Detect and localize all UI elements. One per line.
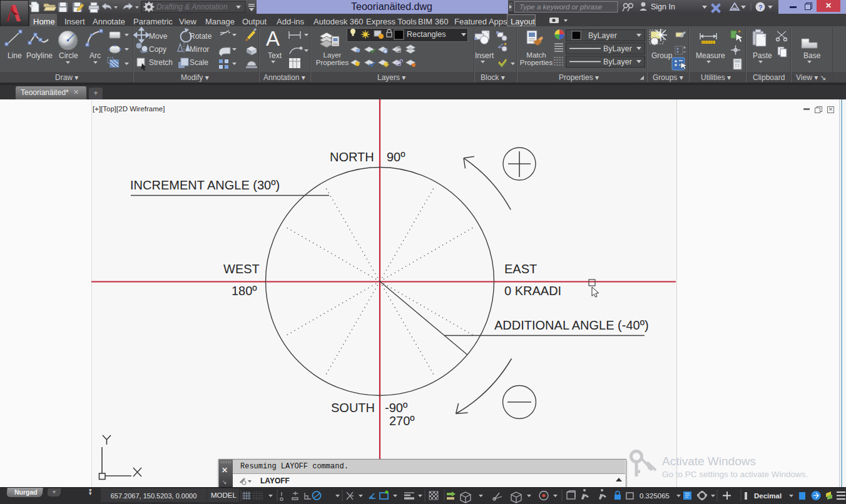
svg-text:?: ? (758, 4, 763, 11)
svg-text:270º: 270º (389, 414, 415, 428)
svg-text:Drafting & Annotation: Drafting & Annotation (156, 3, 228, 11)
svg-text:90º: 90º (387, 150, 405, 164)
svg-text:SOUTH: SOUTH (331, 401, 375, 415)
svg-text:ADDITIONAL ANGLE (-40º): ADDITIONAL ANGLE (-40º) (494, 318, 649, 332)
svg-text:0 KRAADI: 0 KRAADI (504, 284, 561, 298)
svg-text:NORTH: NORTH (330, 150, 374, 164)
svg-text:Type a keyword or phrase: Type a keyword or phrase (519, 3, 602, 11)
svg-text:A: A (266, 27, 280, 50)
svg-text:-90º: -90º (385, 401, 408, 415)
svg-text:WEST: WEST (223, 262, 260, 276)
svg-text:Decimal: Decimal (754, 492, 782, 500)
svg-text:EAST: EAST (504, 262, 537, 276)
svg-text:INCREMENT ANGLE (30º): INCREMENT ANGLE (30º) (130, 178, 280, 192)
svg-text:0.325065: 0.325065 (640, 492, 670, 500)
svg-text:180º: 180º (232, 284, 257, 298)
svg-text:Sign In: Sign In (651, 3, 675, 11)
